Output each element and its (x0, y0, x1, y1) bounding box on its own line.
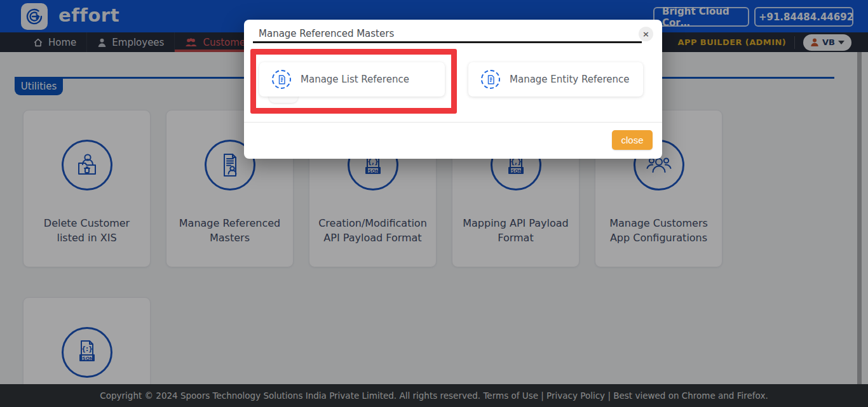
result-label: Manage Entity Reference (510, 74, 629, 85)
search-input-underline (253, 41, 642, 43)
close-button[interactable]: close (612, 130, 653, 150)
annotation-highlight-box (250, 49, 457, 114)
search-input[interactable]: Manage Referenced Masters (259, 28, 394, 39)
modal-footer-divider (244, 122, 662, 123)
result-manage-entity-reference[interactable]: Manage Entity Reference (468, 62, 643, 97)
close-icon[interactable]: × (639, 27, 653, 41)
reference-doc-icon (481, 70, 500, 89)
